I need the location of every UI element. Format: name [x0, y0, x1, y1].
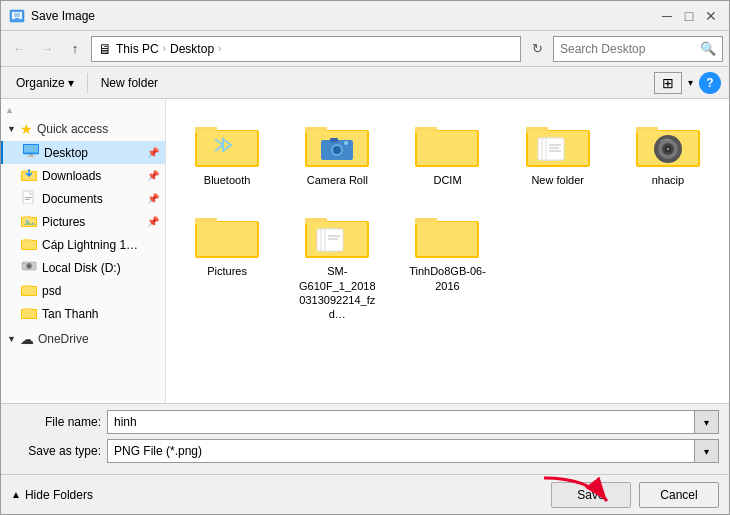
close-button[interactable]: ✕ [701, 6, 721, 26]
folder-nhacip-name: nhacip [652, 173, 684, 187]
sidebar-onedrive-label: OneDrive [38, 332, 89, 346]
back-button[interactable]: ← [7, 37, 31, 61]
documents-pin-icon: 📌 [147, 193, 159, 204]
savetype-label: Save as type: [11, 444, 101, 458]
sidebar-onedrive-header[interactable]: ▼ ☁ OneDrive [1, 327, 165, 351]
organize-button[interactable]: Organize ▾ [9, 72, 81, 94]
breadcrumb-sep1: › [163, 43, 166, 54]
svg-rect-47 [417, 131, 477, 165]
hide-folders-label: Hide Folders [25, 488, 93, 502]
view-arrow-icon: ▾ [688, 77, 693, 88]
savetype-input-wrapper: ▾ [107, 439, 719, 463]
svg-point-64 [666, 148, 669, 151]
svg-rect-13 [25, 197, 32, 198]
savetype-dropdown-arrow[interactable]: ▾ [695, 439, 719, 463]
help-button[interactable]: ? [699, 72, 721, 94]
title-bar: Save Image ─ □ ✕ [1, 1, 729, 31]
folder-bluetooth[interactable]: Bluetooth [174, 107, 280, 194]
window-controls: ─ □ ✕ [657, 6, 721, 26]
filename-label: File name: [11, 415, 101, 429]
pictures-pin-icon: 📌 [147, 216, 159, 227]
sidebar-item-downloads[interactable]: Downloads 📌 [1, 164, 165, 187]
folder-tinhdo-name: TinhDo8GB-06-2016 [407, 264, 487, 293]
address-area: ← → ↑ 🖥 This PC › Desktop › ↻ 🔍 [1, 31, 729, 67]
folder-pictures-name: Pictures [207, 264, 247, 278]
up-button[interactable]: ↑ [63, 37, 87, 61]
sidebar-item-cap-lightning[interactable]: Cáp Lightning 1… [1, 233, 165, 256]
save-dialog: Save Image ─ □ ✕ ← → ↑ 🖥 This PC › Deskt… [0, 0, 730, 515]
sidebar-onedrive-section: ▼ ☁ OneDrive [1, 327, 165, 351]
organize-label: Organize [16, 76, 65, 90]
svg-rect-8 [27, 156, 35, 158]
svg-point-42 [333, 146, 341, 154]
forward-button[interactable]: → [35, 37, 59, 61]
svg-rect-73 [325, 229, 343, 251]
minimize-button[interactable]: ─ [657, 6, 677, 26]
quick-access-expand-icon: ▼ [7, 124, 16, 134]
folder-sm-g610[interactable]: SM-G610F_1_20180313092214_fzd… [284, 198, 390, 328]
savetype-row: Save as type: ▾ [11, 439, 719, 463]
hide-folders-section[interactable]: ▲ Hide Folders [11, 488, 93, 502]
sidebar-item-documents-label: Documents [42, 192, 103, 206]
svg-rect-21 [22, 241, 36, 249]
sidebar-item-downloads-label: Downloads [42, 169, 101, 183]
psd-folder-icon [21, 282, 37, 299]
svg-rect-43 [330, 138, 338, 142]
maximize-button[interactable]: □ [679, 6, 699, 26]
onedrive-expand-icon: ▼ [7, 334, 16, 344]
file-grid: Bluetooth Camer [174, 107, 721, 328]
sidebar-item-pictures-label: Pictures [42, 215, 85, 229]
sidebar-item-pictures[interactable]: Pictures 📌 [1, 210, 165, 233]
toolbar: Organize ▾ New folder ⊞ ▾ ? [1, 67, 729, 99]
sidebar-item-psd[interactable]: psd [1, 279, 165, 302]
sidebar-item-desktop-label: Desktop [44, 146, 88, 160]
filename-dropdown-arrow[interactable]: ▾ [695, 410, 719, 434]
documents-icon [21, 190, 37, 207]
pictures-icon [21, 213, 37, 230]
folder-new[interactable]: New folder [505, 107, 611, 194]
svg-rect-31 [22, 310, 36, 318]
svg-rect-28 [22, 287, 36, 295]
address-bar[interactable]: 🖥 This PC › Desktop › [91, 36, 521, 62]
sidebar-scroll-up[interactable]: ▲ [1, 103, 165, 117]
file-area[interactable]: Bluetooth Camer [166, 99, 729, 403]
search-input[interactable] [560, 42, 696, 56]
sidebar-item-documents[interactable]: Documents 📌 [1, 187, 165, 210]
search-box[interactable]: 🔍 [553, 36, 723, 62]
sidebar-item-psd-label: psd [42, 284, 61, 298]
svg-point-44 [344, 141, 348, 145]
svg-rect-14 [25, 199, 30, 200]
folder-pictures[interactable]: Pictures [174, 198, 280, 328]
sidebar-item-desktop[interactable]: Desktop 📌 [1, 141, 165, 164]
folder-dcim[interactable]: DCIM [394, 107, 500, 194]
sidebar-quick-access-header[interactable]: ▼ ★ Quick access [1, 117, 165, 141]
svg-rect-7 [29, 154, 33, 156]
svg-rect-78 [417, 222, 477, 256]
folder-nhacip[interactable]: nhacip [615, 107, 721, 194]
refresh-button[interactable]: ↻ [525, 37, 549, 61]
desktop-pin-icon: 📌 [147, 147, 159, 158]
new-folder-button[interactable]: New folder [94, 72, 165, 94]
filename-input[interactable] [107, 410, 695, 434]
breadcrumb-desktop: Desktop [170, 42, 214, 56]
save-arrow-indicator [539, 473, 619, 512]
folder-tinhdo[interactable]: TinhDo8GB-06-2016 [394, 198, 500, 328]
dialog-icon [9, 8, 25, 24]
sidebar-item-local-disk-label: Local Disk (D:) [42, 261, 121, 275]
sidebar-item-local-disk[interactable]: Local Disk (D:) [1, 256, 165, 279]
bottom-area: File name: ▾ Save as type: ▾ [1, 403, 729, 474]
savetype-input[interactable] [107, 439, 695, 463]
sidebar-quick-access-section: ▼ ★ Quick access Desktop [1, 117, 165, 325]
search-icon: 🔍 [700, 41, 716, 56]
folder-camera-roll[interactable]: Camera Roll [284, 107, 390, 194]
toolbar-separator [87, 73, 88, 93]
folder-bluetooth-name: Bluetooth [204, 173, 250, 187]
sidebar-item-tan-thanh[interactable]: Tan Thanh [1, 302, 165, 325]
view-button[interactable]: ⊞ [654, 72, 682, 94]
svg-rect-67 [197, 222, 257, 256]
dialog-title: Save Image [31, 9, 657, 23]
cancel-button[interactable]: Cancel [639, 482, 719, 508]
sidebar-item-cap-lightning-label: Cáp Lightning 1… [42, 238, 138, 252]
address-folder-icon: 🖥 [98, 41, 112, 57]
svg-point-24 [28, 265, 31, 268]
